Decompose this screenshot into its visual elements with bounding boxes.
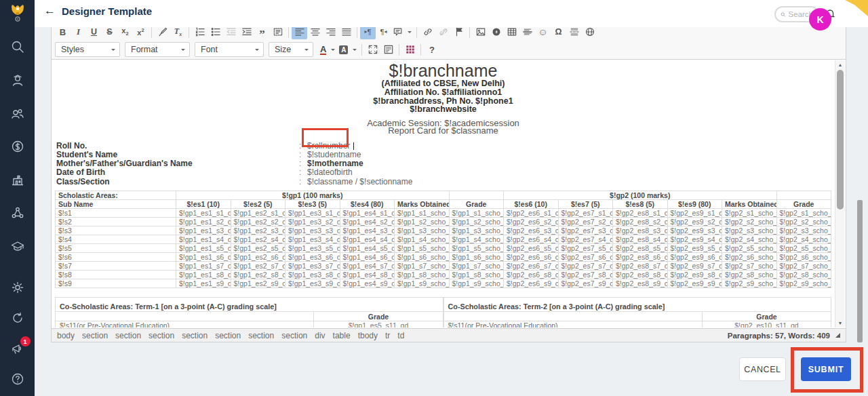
sidebar-announcements-icon[interactable]: 1: [10, 341, 25, 356]
path-item[interactable]: td: [397, 331, 404, 340]
table-cell: $!gp1_s9_scho_gd: [449, 279, 504, 288]
path-item[interactable]: section: [115, 331, 141, 340]
maximize-button[interactable]: [365, 42, 380, 57]
table-row: $!s7$!gp1_es1_s7_om$!gp1_es2_s7_om$!gp1_…: [56, 262, 831, 271]
user-avatar[interactable]: K: [809, 8, 831, 31]
table-row: $!s6$!gp1_es1_s6_om$!gp1_es2_s6_om$!gp1_…: [56, 253, 831, 262]
anchor-flag-icon: [454, 27, 464, 37]
path-item[interactable]: section: [215, 331, 241, 340]
table-cell: $!gp1_es4_s6_om: [340, 253, 395, 262]
sidebar-sync-icon[interactable]: [10, 311, 25, 325]
insert-fields-button[interactable]: [402, 42, 418, 57]
table-cell: $!gp1_es4_s5_om: [340, 244, 395, 253]
table-row: $!s3$!gp1_es1_s3_om$!gp1_es2_s3_om$!gp1_…: [56, 226, 831, 235]
path-item[interactable]: section: [82, 331, 108, 340]
table-cell: $!s8: [56, 271, 176, 279]
table-cell: $!gp2_es8_s8_om: [613, 271, 668, 279]
text-color-button[interactable]: A: [318, 42, 337, 57]
styles-dropdown[interactable]: Styles: [55, 42, 120, 57]
path-item[interactable]: div: [315, 331, 325, 340]
sidebar-fees-icon[interactable]: [10, 139, 25, 154]
table-cell: $!gp1_es4_s4_om: [340, 235, 395, 244]
table-cell: $!gp1_s5_scho_om: [395, 244, 450, 253]
scroll-up-arrow[interactable]: ▲: [835, 60, 845, 69]
table-cell: $!gp2_es9_s7_om: [667, 262, 722, 271]
app-logo[interactable]: [0, 0, 35, 33]
fields-grid-icon: [406, 45, 415, 54]
editor-scrollbar-thumb[interactable]: [837, 70, 844, 210]
table-cell: $!gp1_s6_scho_om: [395, 253, 450, 262]
table-cell: $!gp2_es7_s5_om: [558, 244, 613, 253]
sidebar-settings-icon[interactable]: [10, 280, 25, 295]
sidebar-search-icon[interactable]: [10, 39, 25, 54]
table-cell: $!gp1_es1_s3_om: [176, 226, 231, 235]
background-color-button[interactable]: A: [337, 42, 359, 57]
table-cell: $!s5: [56, 244, 176, 253]
table-cell: $!gp1_es1_s2_om: [176, 218, 231, 226]
table-cell: $!gp1_s7_scho_gd: [449, 262, 504, 271]
editor-scrollbar[interactable]: ▲ ▼: [835, 60, 845, 328]
window-scrollbar-thumb[interactable]: [857, 200, 863, 342]
table-cell: $!gp2_es9_s5_om: [667, 244, 722, 253]
sidebar-institution-icon[interactable]: [10, 172, 25, 187]
table-cell: $!gp2_es9_s9_om: [667, 279, 722, 288]
table-cell: $!gp2_es8_s7_om: [613, 262, 668, 271]
image-icon: [476, 27, 486, 37]
sidebar-network-icon[interactable]: [10, 205, 25, 220]
table-cell: $!gp2_es7_s1_om: [558, 209, 613, 218]
path-item[interactable]: section: [149, 331, 174, 340]
table-header-cell: $!es4 (80): [340, 200, 395, 209]
info-row-student-name: Student's Name : $!studentname: [52, 150, 834, 159]
table-cell: $!gp2_es9_s4_om: [667, 235, 722, 244]
sidebar: 1: [0, 0, 35, 396]
table-cell: $!gp2_es8_s3_om: [613, 226, 668, 235]
show-blocks-button[interactable]: [380, 42, 396, 57]
table-cell: $!gp1_s8_scho_om: [395, 271, 450, 279]
info-row-guardian-name: Mother's/Father's/Guardian's Name : $!mo…: [52, 159, 834, 168]
path-item[interactable]: table: [333, 331, 351, 340]
table-cell: $!gp1_es4_s7_om: [340, 262, 395, 271]
table-cell: $!gp2_es7_s3_om: [558, 226, 613, 235]
back-button[interactable]: ←: [44, 5, 56, 17]
table-cell: $!gp2_s3_scho_gd: [776, 226, 831, 235]
table-header-cell: $!gp2 (100 marks): [504, 191, 777, 200]
table-row: $!s2$!gp1_es1_s2_om$!gp1_es2_s2_om$!gp1_…: [56, 218, 831, 226]
sidebar-academics-icon[interactable]: [10, 239, 25, 254]
sidebar-users-icon[interactable]: [10, 106, 25, 121]
table-cell: $!gp2_s4_scho_gd: [776, 235, 831, 244]
table-cell: $!gp1_s2_scho_gd: [449, 218, 504, 226]
size-dropdown[interactable]: Size: [269, 42, 313, 57]
table-cell: $!gp2_es6_s3_om: [504, 226, 559, 235]
font-dropdown[interactable]: Font: [195, 42, 264, 57]
table-cell: $!s4: [56, 235, 176, 244]
sidebar-help-icon[interactable]: [10, 372, 25, 387]
div-container-icon: [273, 27, 283, 37]
co-scholastic-table-term1: Co-Scholastic Areas: Term-1 [on a 3-poin…: [55, 297, 443, 328]
submit-button[interactable]: SUBMIT: [801, 357, 851, 381]
table-header-cell: $!es9 (80): [667, 200, 722, 209]
path-item[interactable]: body: [57, 331, 75, 340]
table-cell: $!gp2_s7_scho_gd: [776, 262, 831, 271]
sidebar-student-icon[interactable]: [10, 73, 25, 87]
table-cell: $!gp2_s7_scho_om: [722, 262, 777, 271]
document-editing-area[interactable]: $!branchname (Affiliated to CBSE, New De…: [52, 60, 845, 328]
table-cell: $!gp2_es9_s8_om: [667, 271, 722, 279]
table-cell: $!gp1_es3_s4_om: [285, 235, 340, 244]
language-icon: [393, 27, 403, 37]
path-item[interactable]: tr: [385, 331, 390, 340]
path-item[interactable]: section: [182, 331, 208, 340]
cancel-button[interactable]: CANCEL: [739, 357, 786, 381]
rollnumber-field[interactable]: $rollnumber: [307, 141, 354, 151]
co-scholastic-table-term2: Co-Scholastic Areas: Term-2 [on a 3-poin…: [443, 297, 832, 328]
path-item[interactable]: tbody: [358, 331, 378, 340]
path-item[interactable]: section: [248, 331, 274, 340]
table-cell: $!gp2_es9_s1_om: [667, 209, 722, 218]
path-item[interactable]: section: [281, 331, 307, 340]
scroll-down-arrow[interactable]: ▼: [835, 319, 845, 328]
resize-grip[interactable]: [835, 333, 840, 338]
format-dropdown[interactable]: Format: [125, 42, 190, 57]
table-cell: $!gp2_s2_scho_gd: [776, 218, 831, 226]
about-button[interactable]: ?: [424, 42, 439, 57]
table-cell: $!gp1_s8_scho_gd: [449, 271, 504, 279]
affiliation-line: (Affiliated to CBSE, New Delhi): [52, 79, 834, 88]
